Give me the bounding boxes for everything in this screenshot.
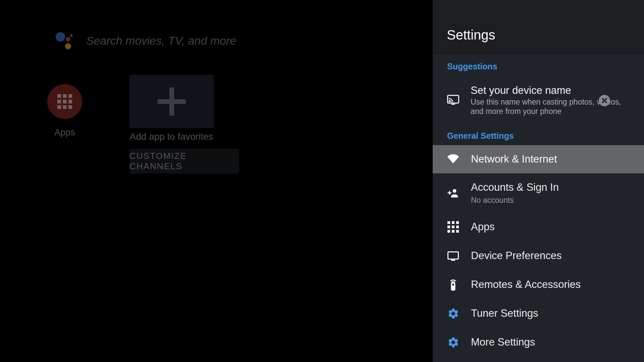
customize-channels-label: CUSTOMIZE CHANNELS	[129, 151, 239, 172]
gear-icon	[446, 307, 460, 320]
apps-grid-icon	[57, 94, 72, 109]
menu-item-label: Tuner Settings	[471, 307, 538, 319]
search-placeholder: Search movies, TV, and more	[86, 34, 236, 47]
add-app-label: Add app to favorites	[121, 131, 222, 142]
settings-panel: Settings Suggestions Set your device nam…	[433, 0, 644, 362]
dismiss-suggestion-button[interactable]	[599, 95, 610, 106]
suggestions-section-header: Suggestions	[447, 62, 497, 71]
settings-menu: Network & Internet Accounts & Sign In No…	[433, 145, 644, 357]
menu-item-label: Accounts & Sign In	[471, 181, 559, 193]
tv-icon	[446, 249, 460, 262]
menu-item-label: Device Preferences	[471, 250, 562, 261]
menu-item-label: Remotes & Accessories	[471, 279, 581, 290]
menu-item-more-settings[interactable]: More Settings	[433, 328, 644, 357]
menu-item-device-preferences[interactable]: Device Preferences	[433, 241, 644, 270]
apps-button[interactable]	[47, 84, 82, 119]
general-settings-section-header: General Settings	[447, 131, 514, 141]
menu-item-label: More Settings	[471, 336, 535, 348]
suggestion-set-device-name[interactable]: Set your device name Use this name when …	[433, 79, 644, 123]
add-app-to-favorites-tile[interactable]	[129, 75, 214, 128]
settings-header: Settings	[433, 0, 644, 54]
android-tv-screen: { "home": { "search_placeholder": "Searc…	[0, 0, 644, 362]
apps-button-label: Apps	[38, 127, 92, 138]
menu-item-remotes-accessories[interactable]: Remotes & Accessories	[433, 270, 644, 299]
menu-item-tuner-settings[interactable]: Tuner Settings	[433, 299, 644, 328]
settings-title: Settings	[447, 27, 495, 43]
remote-icon	[446, 278, 460, 291]
cast-icon	[446, 93, 460, 106]
menu-item-accounts-sign-in[interactable]: Accounts & Sign In No accounts	[433, 173, 644, 213]
search-bar[interactable]: Search movies, TV, and more	[55, 29, 289, 52]
person-add-icon	[446, 186, 460, 200]
google-assistant-icon	[55, 29, 74, 52]
close-icon	[601, 97, 608, 104]
gear-icon	[446, 336, 460, 349]
plus-icon	[158, 87, 186, 116]
menu-item-sublabel: No accounts	[471, 196, 559, 205]
menu-item-network-internet[interactable]: Network & Internet	[433, 145, 644, 173]
menu-item-apps[interactable]: Apps	[433, 213, 644, 241]
wifi-icon	[446, 153, 460, 166]
customize-channels-button[interactable]: CUSTOMIZE CHANNELS	[129, 149, 239, 174]
home-screen-dimmed: Search movies, TV, and more Apps Add app…	[0, 0, 433, 362]
menu-item-label: Apps	[471, 221, 495, 233]
menu-item-label: Network & Internet	[471, 153, 557, 165]
suggestion-title: Set your device name	[471, 84, 571, 97]
apps-grid-icon	[446, 220, 460, 234]
